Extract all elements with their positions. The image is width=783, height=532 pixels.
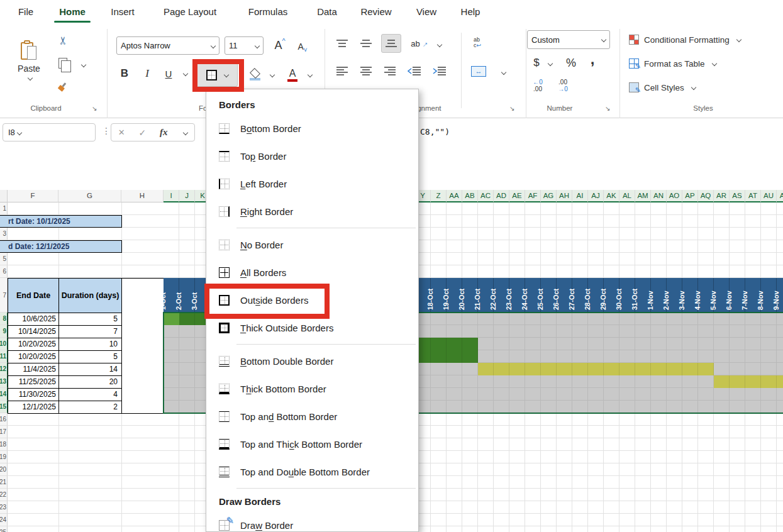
table-cell-h-column[interactable]: [122, 279, 164, 414]
column-header-AH[interactable]: AH: [557, 190, 572, 202]
gantt-bar-row12[interactable]: [478, 363, 714, 375]
tab-help[interactable]: Help: [453, 0, 488, 24]
decrease-decimal-button[interactable]: .00→0: [553, 75, 572, 96]
merge-center-button[interactable]: ↔: [468, 62, 489, 80]
align-center-button[interactable]: [357, 63, 375, 79]
comma-style-button[interactable]: ,: [586, 50, 599, 68]
cancel-icon[interactable]: ✕: [118, 128, 125, 137]
table-cell-end-date[interactable]: 10/20/2025: [8, 338, 59, 351]
row-header-6[interactable]: 6: [0, 265, 8, 278]
row-header-23[interactable]: 23: [0, 501, 8, 514]
row-header-1[interactable]: 1: [0, 202, 8, 215]
table-cell-end-date[interactable]: 11/25/2025: [8, 376, 59, 389]
table-cell-duration[interactable]: 14: [59, 363, 122, 376]
table-cell-end-date[interactable]: 12/1/2025: [8, 401, 59, 414]
menu-item-outside-borders[interactable]: Outside Borders: [206, 286, 418, 314]
name-box[interactable]: I8: [3, 123, 96, 141]
table-cell-end-date[interactable]: 11/30/2025: [8, 389, 59, 401]
row-header-11[interactable]: 11: [0, 350, 8, 363]
column-header-AR[interactable]: AR: [714, 190, 730, 202]
column-header-AK[interactable]: AK: [604, 190, 619, 202]
accounting-format-button[interactable]: $: [530, 54, 543, 72]
formula-text[interactable]: C8,""): [420, 127, 450, 136]
font-color-button[interactable]: A: [284, 63, 301, 87]
row-header-15[interactable]: 15: [0, 401, 8, 413]
column-header-I[interactable]: I: [164, 190, 179, 202]
merge-center-chevron-icon[interactable]: [501, 70, 506, 75]
column-header-AM[interactable]: AM: [635, 190, 651, 202]
orientation-chevron-icon[interactable]: [437, 42, 442, 47]
underline-chevron-icon[interactable]: [183, 71, 188, 76]
tab-formulas[interactable]: Formulas: [239, 0, 297, 24]
font-size-combo[interactable]: 11: [225, 36, 264, 55]
menu-item-bottom-border[interactable]: Bottom Border: [206, 114, 418, 142]
row-header-18[interactable]: 18: [0, 438, 8, 451]
menu-item-no-border[interactable]: No Border: [206, 231, 418, 258]
row-header-8[interactable]: 8: [0, 313, 8, 325]
column-header-AA[interactable]: AA: [447, 190, 462, 202]
format-painter-button[interactable]: [55, 79, 70, 94]
fill-color-chevron-icon[interactable]: [270, 72, 275, 77]
table-cell-duration[interactable]: 4: [59, 389, 122, 401]
gantt-bar-row13[interactable]: [714, 375, 783, 388]
column-header-AE[interactable]: AE: [509, 190, 525, 202]
column-header-AV[interactable]: AV: [777, 190, 783, 202]
column-header-AF[interactable]: AF: [525, 190, 541, 202]
column-header-AT[interactable]: AT: [745, 190, 761, 202]
column-header-AU[interactable]: AU: [761, 190, 777, 202]
table-cell-end-date[interactable]: 10/20/2025: [8, 351, 59, 363]
alignment-dialog-launcher[interactable]: ↘: [509, 105, 514, 112]
grow-font-button[interactable]: A^: [270, 36, 289, 54]
underline-button[interactable]: U: [161, 64, 176, 83]
font-color-chevron-icon[interactable]: [308, 72, 313, 77]
column-header-AG[interactable]: AG: [541, 190, 557, 202]
banner-cell-row4[interactable]: d Date: 12/1/2025: [0, 240, 122, 253]
menu-item-draw-border[interactable]: ✎Draw Border: [206, 511, 418, 532]
banner-cell-row2[interactable]: rt Date: 10/1/2025: [0, 215, 122, 228]
column-header-F[interactable]: F: [8, 190, 58, 202]
column-header-AP[interactable]: AP: [682, 190, 698, 202]
font-name-combo[interactable]: Aptos Narrow: [116, 36, 219, 55]
table-cell-duration[interactable]: 5: [59, 313, 122, 326]
align-left-button[interactable]: [333, 63, 351, 79]
table-header-end-date[interactable]: End Date: [8, 279, 59, 313]
table-cell-duration[interactable]: 7: [59, 326, 122, 338]
gantt-date-header-9-Nov[interactable]: 9-Nov: [777, 278, 783, 313]
menu-item-top-border[interactable]: Top Border: [206, 142, 418, 170]
formula-bar-chevron-icon[interactable]: [183, 130, 188, 135]
paste-button[interactable]: Paste: [10, 31, 48, 89]
shrink-font-button[interactable]: A˅: [293, 38, 312, 55]
table-cell-end-date[interactable]: 10/14/2025: [8, 326, 59, 338]
percent-style-button[interactable]: %: [562, 54, 580, 72]
menu-item-thick-outside-borders[interactable]: Thick Outside Borders: [206, 314, 418, 341]
row-header-24[interactable]: 24: [0, 514, 8, 526]
enter-icon[interactable]: ✓: [138, 128, 146, 138]
tab-data[interactable]: Data: [308, 0, 346, 24]
row-header-25[interactable]: 25: [0, 526, 8, 532]
row-header-10[interactable]: 10: [0, 338, 8, 350]
insert-function-icon[interactable]: fx: [160, 127, 168, 138]
row-header-21[interactable]: 21: [0, 476, 8, 489]
row-header-7[interactable]: 7: [0, 278, 8, 313]
decrease-indent-button[interactable]: [405, 63, 424, 79]
menu-item-bottom-double-border[interactable]: Bottom Double Border: [206, 347, 418, 375]
increase-indent-button[interactable]: [430, 63, 449, 79]
column-header-AS[interactable]: AS: [730, 190, 745, 202]
row-header-22[interactable]: 22: [0, 489, 8, 501]
table-cell-end-date[interactable]: 11/4/2025: [8, 363, 59, 376]
table-cell-duration[interactable]: 5: [59, 351, 122, 363]
tab-insert[interactable]: Insert: [103, 0, 142, 24]
column-header-AO[interactable]: AO: [667, 190, 682, 202]
table-cell-duration[interactable]: 10: [59, 338, 122, 351]
format-as-table-button[interactable]: ✎ Format as Table: [629, 55, 755, 72]
clipboard-dialog-launcher[interactable]: ↘: [92, 105, 97, 112]
cell-styles-button[interactable]: ✎ Cell Styles: [629, 79, 730, 96]
column-header-AC[interactable]: AC: [478, 190, 494, 202]
column-header-AQ[interactable]: AQ: [698, 190, 714, 202]
menu-item-thick-bottom-border[interactable]: Thick Bottom Border: [206, 375, 418, 402]
bottom-align-button[interactable]: [381, 34, 401, 53]
table-header-duration[interactable]: Duration (days): [59, 279, 122, 313]
column-header-H[interactable]: H: [121, 190, 164, 202]
column-header-AD[interactable]: AD: [494, 190, 509, 202]
middle-align-button[interactable]: [357, 35, 375, 52]
